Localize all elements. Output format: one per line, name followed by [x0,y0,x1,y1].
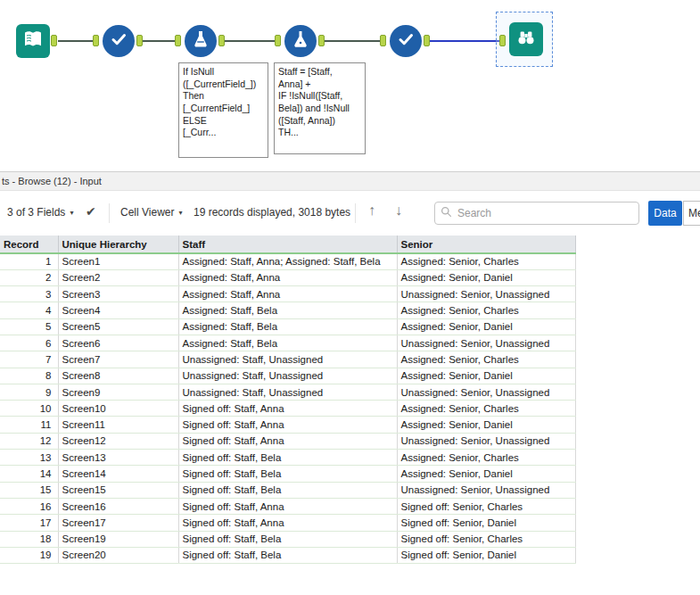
data-cell[interactable]: Signed off: Senior, Charles [397,531,575,547]
output-anchor[interactable] [218,35,225,46]
table-row[interactable]: 8Screen8Unassigned: Staff, UnassignedAss… [0,368,575,384]
record-number-cell[interactable]: 2 [0,269,58,285]
table-row[interactable]: 11Screen11Signed off: Staff, AnnaAssigne… [0,417,575,433]
data-cell[interactable]: Signed off: Senior, Charles [397,498,575,514]
data-cell[interactable]: Screen11 [58,417,178,433]
record-number-cell[interactable]: 5 [0,318,58,335]
data-cell[interactable]: Assigned: Staff, Anna; Assigned: Staff, … [178,253,397,269]
multi-field-formula-tool[interactable] [185,25,217,57]
data-cell[interactable]: Unassigned: Staff, Unassigned [178,384,397,400]
data-cell[interactable]: Unassigned: Senior, Unassigned [397,335,575,351]
record-number-cell[interactable]: 8 [0,368,58,384]
formula-annotation-2[interactable]: Staff = [Staff, Anna] + IF !IsNull([Staf… [274,62,366,154]
data-cell[interactable]: Screen5 [58,318,178,335]
record-number-cell[interactable]: 12 [0,433,58,449]
data-cell[interactable]: Screen19 [58,531,178,547]
data-cell[interactable]: Assigned: Senior, Daniel [397,318,575,335]
data-cell[interactable]: Assigned: Senior, Charles [397,401,575,417]
input-anchor[interactable] [499,35,506,46]
data-cell[interactable]: Signed off: Staff, Bela [178,547,397,563]
data-cell[interactable]: Screen2 [58,269,178,285]
data-cell[interactable]: Screen8 [58,368,178,384]
record-number-cell[interactable]: 7 [0,351,58,368]
column-header[interactable]: Senior [397,236,575,253]
table-row[interactable]: 17Screen17Signed off: Staff, AnnaSigned … [0,515,575,531]
table-row[interactable]: 19Screen20Signed off: Staff, BelaSigned … [0,547,575,563]
input-anchor[interactable] [93,35,99,46]
data-cell[interactable]: Signed off: Staff, Anna [178,417,397,433]
connection-wire[interactable] [143,40,176,42]
table-row[interactable]: 18Screen19Signed off: Staff, BelaSigned … [0,531,575,547]
table-row[interactable]: 9Screen9Unassigned: Staff, UnassignedUna… [0,384,575,400]
cell-viewer-dropdown[interactable]: Cell Viewer▾ [120,206,182,219]
data-cell[interactable]: Screen13 [58,450,178,466]
table-row[interactable]: 10Screen10Signed off: Staff, AnnaAssigne… [0,401,575,417]
data-cell[interactable]: Assigned: Staff, Anna [178,269,397,285]
table-row[interactable]: 14Screen14Signed off: Staff, BelaAssigne… [0,466,575,482]
data-cell[interactable]: Screen16 [58,498,178,514]
data-cell[interactable]: Assigned: Staff, Bela [178,335,397,351]
table-row[interactable]: 5Screen5Assigned: Staff, BelaAssigned: S… [0,318,575,335]
input-data-tool[interactable] [16,24,50,58]
data-cell[interactable]: Signed off: Staff, Bela [178,466,397,482]
table-row[interactable]: 6Screen6Assigned: Staff, BelaUnassigned:… [0,335,575,351]
formula-tool[interactable] [284,25,317,57]
data-cell[interactable]: Screen9 [58,384,178,400]
table-row[interactable]: 15Screen15Signed off: Staff, BelaUnassig… [0,482,575,498]
data-cell[interactable]: Assigned: Staff, Bela [178,302,397,318]
data-cell[interactable]: Screen15 [58,482,178,498]
data-cell[interactable]: Assigned: Staff, Anna [178,286,397,302]
column-header[interactable]: Record [0,236,58,253]
connection-wire[interactable] [58,40,94,42]
record-number-cell[interactable]: 11 [0,417,58,433]
connection-wire[interactable] [225,40,276,42]
output-anchor[interactable] [136,35,143,46]
data-cell[interactable]: Unassigned: Staff, Unassigned [178,368,397,384]
record-number-cell[interactable]: 13 [0,450,58,466]
data-cell[interactable]: Assigned: Senior, Charles [397,253,575,269]
data-cell[interactable]: Screen3 [58,286,178,302]
output-anchor[interactable] [318,35,325,46]
data-cell[interactable]: Screen14 [58,466,178,482]
search-input[interactable] [457,207,633,219]
check-tool-2[interactable] [390,25,422,57]
apply-check-icon[interactable]: ✔ [86,204,96,219]
input-anchor[interactable] [380,35,386,46]
table-row[interactable]: 7Screen7Unassigned: Staff, UnassignedAss… [0,351,575,368]
browse-tool[interactable] [509,22,543,56]
data-cell[interactable]: Screen10 [58,401,178,417]
input-anchor[interactable] [175,35,181,46]
data-cell[interactable]: Unassigned: Senior, Unassigned [397,384,575,400]
column-header[interactable]: Staff [178,236,397,253]
data-tab[interactable]: Data [648,201,682,226]
data-cell[interactable]: Signed off: Staff, Bela [178,531,397,547]
data-cell[interactable]: Signed off: Senior, Daniel [397,515,575,531]
record-number-cell[interactable]: 1 [0,253,58,269]
record-number-cell[interactable]: 18 [0,531,58,547]
data-cell[interactable]: Signed off: Staff, Bela [178,450,397,466]
output-anchor[interactable] [424,35,430,46]
output-anchor[interactable] [51,35,57,46]
record-number-cell[interactable]: 3 [0,286,58,302]
record-number-cell[interactable]: 4 [0,302,58,318]
data-cell[interactable]: Unassigned: Staff, Unassigned [178,351,397,368]
record-number-cell[interactable]: 9 [0,384,58,400]
data-cell[interactable]: Signed off: Staff, Anna [178,433,397,449]
data-cell[interactable]: Screen12 [58,433,178,449]
data-cell[interactable]: Assigned: Senior, Daniel [397,269,575,285]
column-header[interactable]: Unique Hierarchy [58,236,178,253]
record-number-cell[interactable]: 19 [0,547,58,563]
data-cell[interactable]: Screen20 [58,547,178,563]
table-row[interactable]: 12Screen12Signed off: Staff, AnnaUnassig… [0,433,575,449]
connection-wire-selected[interactable] [430,40,499,42]
record-number-cell[interactable]: 6 [0,335,58,351]
record-number-cell[interactable]: 16 [0,498,58,514]
table-row[interactable]: 3Screen3Assigned: Staff, AnnaUnassigned:… [0,286,575,302]
data-cell[interactable]: Screen7 [58,351,178,368]
input-anchor[interactable] [275,35,281,46]
data-cell[interactable]: Assigned: Staff, Bela [178,318,397,335]
check-tool-1[interactable] [103,25,135,57]
workflow-canvas[interactable]: If IsNull ([_CurrentField_]) Then [_Curr… [0,0,700,171]
data-cell[interactable]: Signed off: Senior, Daniel [397,547,575,563]
data-cell[interactable]: Signed off: Staff, Anna [178,515,397,531]
